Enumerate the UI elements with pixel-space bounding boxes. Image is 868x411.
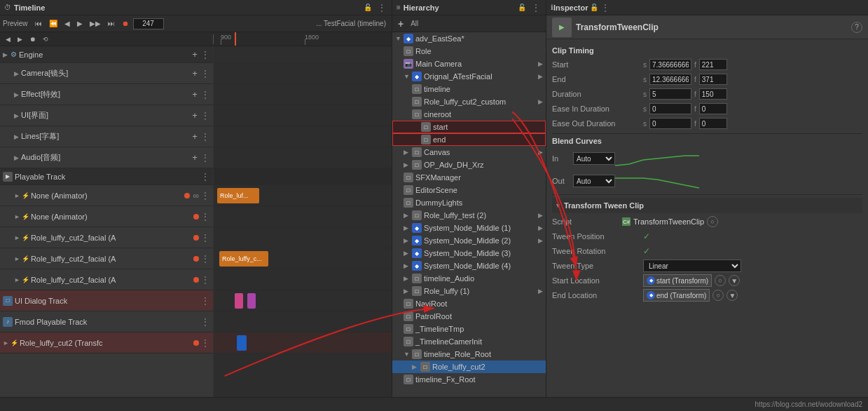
tween-type-dropdown[interactable]: Linear EaseIn EaseOut (643, 260, 741, 272)
h-item-role[interactable]: □ Role (392, 45, 546, 58)
clip-facial2-block[interactable]: Role_luffy_c... (219, 251, 268, 267)
h-item-timelinetmp[interactable]: □ _TimelineTmp (392, 323, 546, 335)
engine-add-btn[interactable]: + (189, 49, 200, 60)
audio-menu-btn[interactable]: ⋮ (200, 153, 210, 163)
duration-f-input[interactable] (699, 88, 727, 100)
h-item-timeline-role-root[interactable]: ▼ □ timeline_Role_Root (392, 348, 546, 361)
track-none-animator-2[interactable]: ► ⚡ None (Animator) ⋮ (0, 206, 213, 227)
h-item-sfx[interactable]: □ SFXManager (392, 171, 546, 184)
end-location-select-btn[interactable]: ○ (712, 290, 724, 301)
ui-add-btn[interactable]: + (189, 110, 200, 121)
h-item-timeline-audio[interactable]: ▶ □ timeline_Audio (392, 272, 546, 285)
skip-start-btn[interactable]: ⏮ (32, 18, 45, 29)
h-item-role-luffy1[interactable]: ▶ □ Role_luffy (1) ▶ (392, 285, 546, 297)
inspector-help-btn[interactable]: ? (851, 22, 862, 33)
blend-out-dropdown[interactable]: Auto Linear None (573, 175, 615, 187)
track-engine[interactable]: ▶ ⚙ Engine + ⋮ (0, 46, 213, 63)
fmod-menu-btn[interactable]: ⋮ (200, 317, 210, 327)
start-location-btn[interactable]: ◆ start (Transform) (643, 274, 712, 287)
anim2-menu-btn[interactable]: ⋮ (200, 212, 210, 222)
record-btn[interactable]: ⏺ (119, 18, 132, 29)
track-none-animator-1[interactable]: ► ⚡ None (Animator) ∞ ⋮ (0, 185, 213, 206)
track-role-facial-3[interactable]: ► ⚡ Role_luffy_cut2_facial (A ⋮ (0, 269, 213, 290)
track-ui-dialog[interactable]: □ UI Dialog Track ⋮ (0, 290, 213, 311)
transform-menu-btn[interactable]: ⋮ (200, 338, 210, 348)
h-item-patrolroot[interactable]: □ PatrolRoot (392, 310, 546, 323)
end-f-input[interactable] (699, 74, 727, 85)
track-fmod[interactable]: ♪ Fmod Playable Track ⋮ (0, 311, 213, 332)
track-ui[interactable]: ▶ UI[界面] + ⋮ (0, 105, 213, 126)
hierarchy-menu-btn[interactable]: ⋮ (530, 3, 542, 13)
transform-tween-section-header[interactable]: ▼ Transform Tween Clip (552, 198, 862, 213)
next-btn[interactable]: ▶▶ (87, 18, 104, 29)
script-select-btn[interactable]: ○ (707, 216, 718, 227)
track-playable[interactable]: ▶ Playable Track ⋮ (0, 168, 213, 185)
h-item-role-test2[interactable]: ▶ □ Role_luffy_test (2) ▶ (392, 209, 546, 222)
track-audio[interactable]: ▶ Audio[音频] + ⋮ (0, 147, 213, 168)
track-camera[interactable]: ▶ Camera[镜头] + ⋮ (0, 63, 213, 84)
ruler-btn1[interactable]: ◀ (3, 34, 13, 44)
h-item-start[interactable]: □ start (392, 121, 546, 133)
h-item-adv-eastsea[interactable]: ▼ ◆ adv_EastSea* (392, 32, 546, 45)
ease-out-f-input[interactable] (699, 118, 727, 129)
end-s-input[interactable] (649, 74, 691, 85)
anim1-menu-btn[interactable]: ⋮ (200, 191, 210, 201)
time-display-input[interactable] (133, 18, 164, 29)
ui-menu-btn[interactable]: ⋮ (200, 111, 210, 121)
track-role-transform[interactable]: ► ⚡ Role_luffy_cut2 (Transfc ⋮ (0, 332, 213, 353)
h-item-role-luffy-cut2[interactable]: ▶ □ Role_luffy_cut2 (392, 361, 546, 373)
h-item-sys3[interactable]: ▶ ◆ System_Node_Middle (3) (392, 247, 546, 260)
lines-add-btn[interactable]: + (189, 131, 200, 142)
ease-in-s-input[interactable] (649, 103, 691, 114)
blend-in-dropdown[interactable]: Auto Linear None (573, 152, 615, 165)
camera-add-btn[interactable]: + (189, 68, 200, 79)
ruler-btn2[interactable]: ▶ (15, 34, 25, 44)
h-item-canvas[interactable]: ▶ □ Canvas ▶ (392, 146, 546, 159)
skip-end-btn[interactable]: ⏭ (105, 18, 118, 29)
ease-out-s-input[interactable] (649, 118, 691, 129)
start-s-input[interactable] (649, 59, 691, 70)
track-effect[interactable]: ▶ Effect[特效] + ⋮ (0, 84, 213, 105)
end-location-btn[interactable]: ◆ end (Transform) (643, 289, 710, 302)
facial2-menu-btn[interactable]: ⋮ (200, 254, 210, 264)
playable-menu-btn[interactable]: ⋮ (200, 172, 210, 182)
h-item-main-camera[interactable]: 📷 Main Camera ▶ (392, 58, 546, 70)
track-lines[interactable]: ▶ Lines[字幕] + ⋮ (0, 126, 213, 147)
ease-in-f-input[interactable] (699, 103, 727, 114)
end-location-clear-btn[interactable]: ▼ (726, 290, 738, 301)
clip-anim1-block[interactable]: Role_luf... (217, 188, 259, 203)
camera-menu-btn[interactable]: ⋮ (200, 69, 210, 79)
h-item-editor-scene[interactable]: □ EditorScene (392, 184, 546, 196)
play-btn[interactable]: ▶ (74, 18, 85, 29)
inspector-lock-btn[interactable]: 🔓 (588, 4, 600, 11)
lines-menu-btn[interactable]: ⋮ (200, 132, 210, 142)
duration-s-input[interactable] (649, 88, 691, 100)
timeline-lock-btn[interactable]: 🔓 (362, 4, 373, 11)
h-item-cineroot[interactable]: □ cineroot (392, 108, 546, 121)
prev-frame-btn[interactable]: ⏪ (46, 18, 60, 29)
h-item-sys2[interactable]: ▶ ◆ System_Node_Middle (2) ▶ (392, 234, 546, 247)
inspector-menu-btn[interactable]: ⋮ (600, 3, 611, 13)
facial3-menu-btn[interactable]: ⋮ (200, 275, 210, 285)
facial1-menu-btn[interactable]: ⋮ (200, 233, 210, 243)
h-item-dummy-lights[interactable]: □ DummyLights (392, 196, 546, 209)
effect-add-btn[interactable]: + (189, 89, 200, 100)
track-role-facial-2[interactable]: ► ⚡ Role_luffy_cut2_facial (A ⋮ (0, 248, 213, 269)
timeline-menu-btn[interactable]: ⋮ (376, 3, 387, 13)
h-item-sys4[interactable]: ▶ ◆ System_Node_Middle (4) (392, 260, 546, 272)
effect-menu-btn[interactable]: ⋮ (200, 90, 210, 100)
h-item-naviroot[interactable]: □ NaviRoot (392, 297, 546, 310)
engine-menu-btn[interactable]: ⋮ (200, 50, 210, 60)
hierarchy-add-btn[interactable]: + (395, 17, 406, 31)
prev-btn[interactable]: ◀ (62, 18, 73, 29)
h-item-timeline[interactable]: □ timeline (392, 83, 546, 95)
start-location-clear-btn[interactable]: ▼ (729, 275, 740, 286)
h-item-end[interactable]: □ end (392, 133, 546, 146)
start-f-input[interactable] (699, 59, 727, 70)
audio-add-btn[interactable]: + (189, 152, 200, 163)
h-item-role-custom[interactable]: □ Role_luffy_cut2_custom ▶ (392, 95, 546, 108)
ruler-btn3[interactable]: ⏺ (27, 34, 39, 44)
h-item-op-adv[interactable]: ▶ □ OP_Adv_DH_Xrz (392, 159, 546, 171)
h-item-timelinecamerinit[interactable]: □ _TimelineCamerInit (392, 335, 546, 348)
h-item-timeline-fx-root[interactable]: □ timeline_Fx_Root (392, 373, 546, 386)
